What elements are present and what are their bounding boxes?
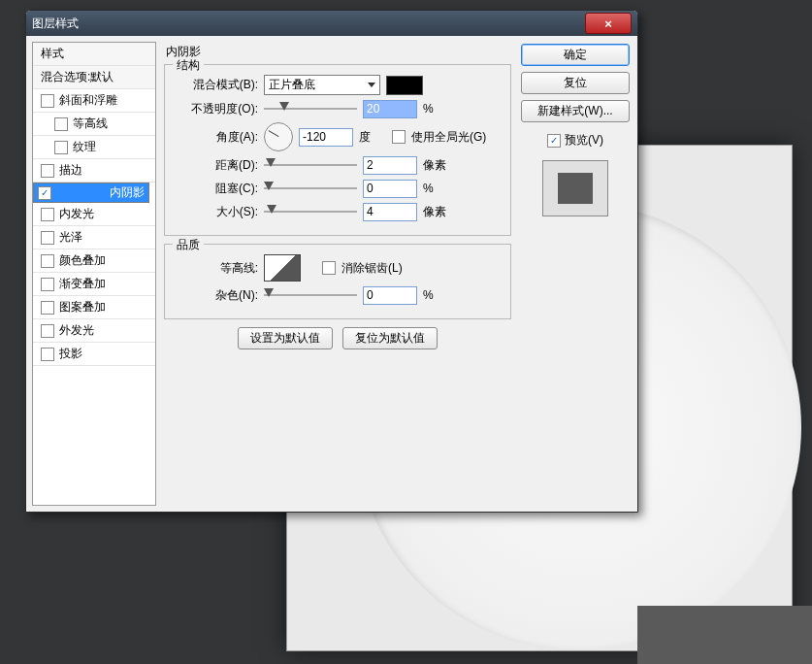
sidebar-item-3[interactable]: 描边 [33, 159, 155, 183]
sidebar-header-blendopts[interactable]: 混合选项:默认 [33, 66, 155, 89]
close-button[interactable]: × [585, 13, 632, 34]
choke-input[interactable]: 0 [363, 180, 417, 198]
angle-label: 角度(A): [173, 129, 258, 146]
layer-style-dialog: 图层样式 × 样式 混合选项:默认 斜面和浮雕等高线纹理描边✓内阴影内发光光泽颜… [25, 10, 638, 513]
sidebar-item-label: 颜色叠加 [59, 252, 106, 269]
sidebar-item-label: 描边 [59, 162, 82, 179]
sidebar-item-label: 内发光 [59, 206, 94, 222]
size-slider[interactable] [264, 205, 357, 218]
group-legend-quality: 品质 [173, 237, 204, 253]
noise-slider[interactable] [264, 288, 357, 302]
sidebar-item-10[interactable]: 外发光 [33, 319, 155, 343]
sidebar-item-7[interactable]: 颜色叠加 [33, 249, 155, 273]
distance-slider[interactable] [264, 158, 357, 172]
global-light-label: 使用全局光(G) [411, 129, 486, 146]
sidebar-item-checkbox[interactable]: ✓ [38, 186, 51, 200]
sidebar-item-checkbox[interactable] [41, 301, 54, 315]
sidebar-item-checkbox[interactable] [41, 94, 54, 108]
group-structure: 结构 混合模式(B): 正片叠底 不透明度(O): 20 % [164, 64, 511, 236]
sidebar-item-checkbox[interactable] [41, 254, 54, 268]
choke-label: 阻塞(C): [173, 181, 258, 197]
sidebar-item-checkbox[interactable] [54, 117, 68, 131]
antialias-checkbox[interactable] [322, 261, 336, 275]
reset-button[interactable]: 复位 [521, 72, 630, 94]
sidebar-item-checkbox[interactable] [41, 231, 54, 245]
sidebar-item-checkbox[interactable] [41, 164, 54, 178]
sidebar-item-checkbox[interactable] [41, 278, 54, 291]
sidebar-item-label: 光泽 [59, 229, 82, 246]
sidebar-item-label: 渐变叠加 [59, 276, 106, 292]
choke-slider[interactable] [264, 182, 357, 195]
sidebar-item-1[interactable]: 等高线 [33, 113, 155, 136]
sidebar-item-8[interactable]: 渐变叠加 [33, 273, 155, 296]
title-bar: 图层样式 × [26, 11, 637, 36]
contour-label: 等高线: [173, 260, 258, 277]
noise-unit: % [423, 288, 450, 302]
sidebar-item-checkbox[interactable] [41, 324, 54, 338]
global-light-checkbox[interactable] [392, 130, 406, 144]
size-unit: 像素 [423, 204, 450, 220]
shadow-color-swatch[interactable] [386, 76, 423, 95]
opacity-input[interactable]: 20 [363, 100, 417, 118]
panel-title: 内阴影 [166, 44, 515, 60]
opacity-slider[interactable] [264, 102, 357, 116]
angle-dial[interactable] [264, 122, 293, 151]
distance-label: 距离(D): [173, 157, 258, 174]
angle-unit: 度 [359, 129, 386, 146]
effects-sidebar: 样式 混合选项:默认 斜面和浮雕等高线纹理描边✓内阴影内发光光泽颜色叠加渐变叠加… [32, 42, 156, 506]
sidebar-item-5[interactable]: 内发光 [33, 203, 155, 226]
sidebar-item-label: 图案叠加 [59, 299, 106, 315]
sidebar-item-11[interactable]: 投影 [33, 343, 155, 366]
sidebar-item-label: 内阴影 [110, 184, 145, 201]
group-quality: 品质 等高线: 消除锯齿(L) 杂色(N): 0 % [164, 244, 511, 319]
choke-unit: % [423, 182, 450, 195]
reset-default-button[interactable]: 复位为默认值 [342, 327, 438, 349]
sidebar-item-label: 斜面和浮雕 [59, 92, 117, 109]
sidebar-item-0[interactable]: 斜面和浮雕 [33, 89, 155, 113]
sidebar-item-label: 外发光 [59, 322, 94, 339]
dropdown-icon [368, 83, 375, 87]
preview-label: 预览(V) [565, 132, 603, 149]
sidebar-item-label: 投影 [59, 346, 82, 362]
noise-input[interactable]: 0 [363, 286, 417, 305]
size-input[interactable]: 4 [363, 203, 417, 221]
sidebar-item-checkbox[interactable] [41, 208, 54, 221]
antialias-label: 消除锯齿(L) [341, 260, 403, 277]
sidebar-item-9[interactable]: 图案叠加 [33, 296, 155, 319]
close-icon: × [604, 17, 612, 31]
new-style-button[interactable]: 新建样式(W)... [521, 100, 630, 122]
sidebar-header-styles[interactable]: 样式 [33, 43, 155, 66]
opacity-label: 不透明度(O): [173, 101, 258, 117]
distance-input[interactable]: 2 [363, 156, 417, 175]
background-strip [637, 606, 812, 664]
sidebar-item-checkbox[interactable] [41, 348, 54, 361]
window-title: 图层样式 [32, 16, 585, 32]
group-legend-structure: 结构 [173, 57, 204, 74]
ok-button[interactable]: 确定 [521, 44, 630, 66]
make-default-button[interactable]: 设置为默认值 [238, 327, 333, 349]
preview-thumbnail [542, 160, 608, 216]
blend-mode-select[interactable]: 正片叠底 [264, 75, 380, 95]
sidebar-item-6[interactable]: 光泽 [33, 226, 155, 249]
blend-mode-label: 混合模式(B): [173, 77, 258, 93]
angle-input[interactable]: -120 [299, 128, 353, 147]
size-label: 大小(S): [173, 204, 258, 220]
opacity-unit: % [423, 102, 450, 116]
sidebar-item-2[interactable]: 纹理 [33, 136, 155, 159]
sidebar-item-checkbox[interactable] [54, 141, 68, 154]
sidebar-item-label: 等高线 [73, 116, 108, 132]
distance-unit: 像素 [423, 157, 450, 174]
settings-main: 内阴影 结构 混合模式(B): 正片叠底 不透明度(O): [160, 36, 517, 512]
preview-checkbox[interactable]: ✓ [547, 134, 561, 148]
contour-picker[interactable] [264, 254, 301, 282]
right-column: 确定 复位 新建样式(W)... ✓ 预览(V) [517, 36, 637, 512]
noise-label: 杂色(N): [173, 287, 258, 304]
sidebar-item-label: 纹理 [73, 139, 96, 155]
sidebar-item-4[interactable]: ✓内阴影 [33, 183, 149, 203]
